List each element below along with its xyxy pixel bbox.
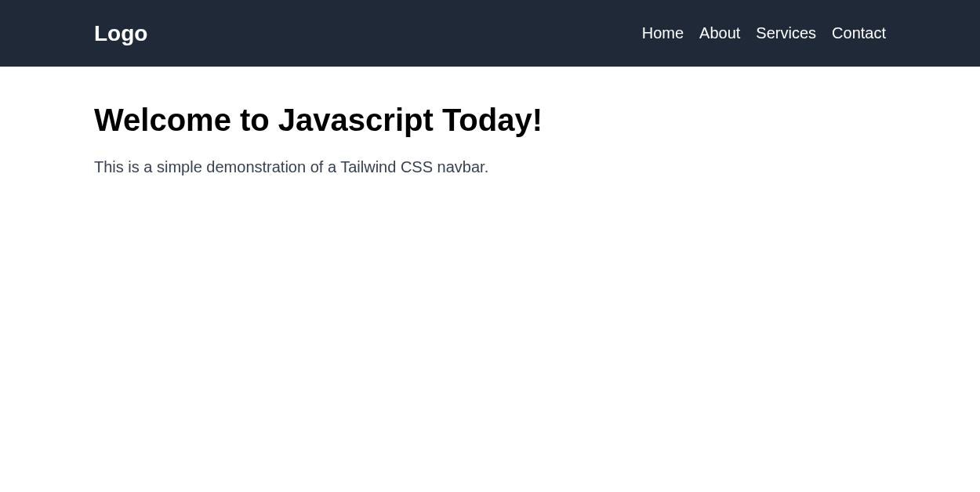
nav-link-services[interactable]: Services	[756, 24, 816, 42]
navbar: Logo Home About Services Contact	[0, 0, 980, 67]
nav-link-about[interactable]: About	[699, 24, 740, 42]
main-content: Welcome to Javascript Today! This is a s…	[0, 67, 980, 212]
logo[interactable]: Logo	[94, 21, 147, 46]
page-heading: Welcome to Javascript Today!	[94, 103, 886, 138]
nav-links: Home About Services Contact	[642, 24, 886, 42]
nav-link-home[interactable]: Home	[642, 24, 684, 42]
nav-link-contact[interactable]: Contact	[832, 24, 886, 42]
page-paragraph: This is a simple demonstration of a Tail…	[94, 158, 886, 176]
